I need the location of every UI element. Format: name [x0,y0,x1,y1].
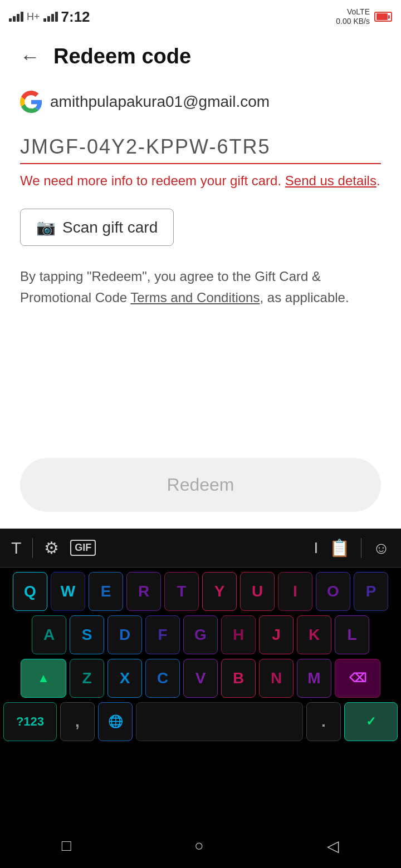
key-j[interactable]: J [259,615,294,654]
back-button[interactable]: ← [20,47,40,67]
key-n[interactable]: N [259,659,294,698]
gif-button[interactable]: GIF [70,540,96,556]
key-p[interactable]: P [354,572,388,611]
text-icon[interactable]: T [11,539,21,558]
header: ← Redeem code [20,45,381,68]
clipboard-icon[interactable]: 📋 [329,538,350,558]
network-info: VoLTE 0.00 KB/s [336,7,370,26]
key-row-2: A S D F G H J K L [3,615,398,654]
key-v[interactable]: V [183,659,218,698]
status-right: VoLTE 0.00 KB/s [336,7,392,26]
status-bar: H+ 7:12 VoLTE 0.00 KB/s [0,0,401,33]
emoji-icon[interactable]: ☺ [373,539,390,558]
nav-bar: □ ○ ◁ [0,823,401,868]
redeem-button[interactable]: Redeem [20,458,381,512]
toolbar-left: T ⚙ GIF [11,538,96,558]
signal-icon [9,12,23,22]
key-row-1: Q W E R T Y U I O P [3,572,398,611]
key-num[interactable]: ?123 [3,702,57,741]
account-email: amithpulapakura01@gmail.com [50,93,270,111]
terms-suffix: , as applicable. [260,290,349,305]
google-logo [20,91,42,113]
terms-text: By tapping "Redeem", you agree to the Gi… [20,266,381,309]
key-s[interactable]: S [70,615,104,654]
key-m[interactable]: M [297,659,331,698]
settings-icon[interactable]: ⚙ [44,538,59,558]
send-details-link[interactable]: Send us details [285,173,376,188]
cursor-icon: I [314,539,319,557]
key-comma[interactable]: , [60,702,95,741]
volte-label: VoLTE [336,7,370,17]
toolbar-divider-1 [32,538,33,558]
status-left: H+ 7:12 [9,8,90,26]
error-message: We need more info to redeem your gift ca… [20,171,381,191]
keyboard: T ⚙ GIF I 📋 ☺ Q W E R T Y U I O P A [0,529,401,868]
key-o[interactable]: O [316,572,350,611]
key-i[interactable]: I [278,572,312,611]
key-space[interactable] [136,702,303,741]
code-input-wrapper[interactable] [20,131,381,164]
nav-back-icon[interactable]: ◁ [327,837,339,855]
network-type: H+ [27,11,40,23]
key-t[interactable]: T [164,572,199,611]
key-h[interactable]: H [221,615,256,654]
key-period[interactable]: . [306,702,341,741]
key-row-3: ▲ Z X C V B N M ⌫ [3,659,398,698]
key-y[interactable]: Y [202,572,237,611]
scan-gift-card-button[interactable]: 📷 Scan gift card [20,209,174,246]
key-x[interactable]: X [107,659,142,698]
camera-icon: 📷 [36,218,56,236]
key-backspace[interactable]: ⌫ [335,659,380,698]
status-time: 7:12 [61,8,90,26]
terms-link[interactable]: Terms and Conditions [130,290,260,305]
key-a[interactable]: A [32,615,66,654]
battery-fill [376,13,388,20]
account-row: amithpulapakura01@gmail.com [20,91,381,113]
key-row-4: ?123 , 🌐 . ✓ [3,702,398,741]
key-shift[interactable]: ▲ [21,659,66,698]
battery-icon [374,12,392,22]
nav-circle-icon[interactable]: ○ [194,837,204,855]
key-w[interactable]: W [51,572,85,611]
lte-signal-icon [43,12,58,22]
key-e[interactable]: E [89,572,123,611]
scan-label: Scan gift card [62,219,158,236]
key-u[interactable]: U [240,572,275,611]
key-k[interactable]: K [297,615,331,654]
battery-tip [388,15,390,19]
error-suffix: . [376,173,380,188]
toolbar-right: I 📋 ☺ [314,538,390,558]
nav-square-icon[interactable]: □ [62,837,71,855]
key-f[interactable]: F [145,615,180,654]
keyboard-keys: Q W E R T Y U I O P A S D F G H J K L ▲ … [0,568,401,741]
code-input[interactable] [20,131,381,163]
speed-label: 0.00 KB/s [336,17,370,26]
key-b[interactable]: B [221,659,256,698]
key-r[interactable]: R [126,572,161,611]
key-l[interactable]: L [335,615,369,654]
key-d[interactable]: D [107,615,142,654]
key-g[interactable]: G [183,615,218,654]
keyboard-toolbar: T ⚙ GIF I 📋 ☺ [0,529,401,568]
toolbar-divider-2 [361,538,361,558]
key-z[interactable]: Z [70,659,104,698]
error-text: We need more info to redeem your gift ca… [20,173,285,188]
key-enter[interactable]: ✓ [344,702,398,741]
key-globe[interactable]: 🌐 [98,702,133,741]
key-c[interactable]: C [145,659,180,698]
key-q[interactable]: Q [13,572,47,611]
redeem-area: Redeem [0,447,401,523]
page-title: Redeem code [53,45,191,68]
